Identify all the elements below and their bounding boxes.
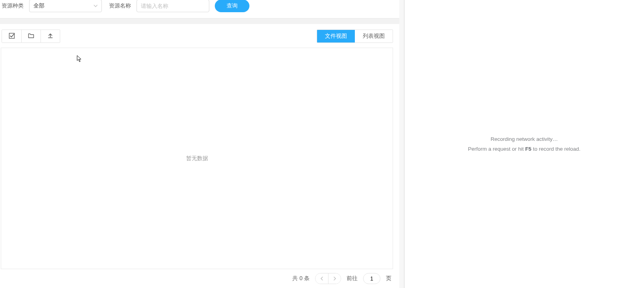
- select-all-button[interactable]: [2, 30, 21, 42]
- devtools-network-panel: Recording network activity… Perform a re…: [404, 0, 644, 288]
- list-view-tab[interactable]: 列表视图: [355, 30, 393, 42]
- scrollbar-gutter: [399, 0, 404, 288]
- folder-button[interactable]: [21, 30, 41, 42]
- pager: 共 0 条 前往 页: [1, 269, 393, 288]
- pager-page-suffix: 页: [386, 275, 391, 282]
- devtools-hotkey: F5: [525, 146, 531, 152]
- query-button[interactable]: 查询: [215, 0, 249, 12]
- upload-icon: [47, 33, 54, 40]
- chevron-down-icon: [94, 4, 98, 8]
- resource-type-label: 资源种类: [0, 2, 24, 9]
- resource-name-input[interactable]: [137, 0, 209, 12]
- resource-name-label: 资源名称: [107, 2, 131, 9]
- pager-prev-button[interactable]: [316, 273, 328, 284]
- chevron-left-icon: [320, 276, 323, 282]
- pager-goto-input[interactable]: [363, 273, 380, 284]
- upload-button[interactable]: [41, 30, 60, 42]
- folder-icon: [28, 33, 34, 40]
- search-bar: 资源种类 全部 资源名称 查询: [0, 0, 399, 18]
- action-icon-group: [2, 30, 60, 43]
- pager-next-button[interactable]: [328, 273, 341, 284]
- devtools-recording-text: Recording network activity…: [491, 136, 558, 142]
- pager-total: 共 0 条: [292, 275, 310, 282]
- resource-type-value: 全部: [33, 2, 94, 9]
- view-toggle: 文件视图 列表视图: [317, 30, 393, 43]
- devtools-hint-text: Perform a request or hit F5 to record th…: [468, 146, 581, 152]
- pager-arrows: [315, 273, 341, 284]
- content-card: 文件视图 列表视图 暂无数据 共 0 条: [0, 24, 399, 288]
- chevron-right-icon: [333, 276, 336, 282]
- resource-type-select[interactable]: 全部: [29, 0, 102, 12]
- check-square-icon: [9, 33, 15, 40]
- empty-placeholder: 暂无数据: [186, 155, 208, 162]
- pager-goto-label: 前往: [347, 275, 358, 282]
- file-view-tab[interactable]: 文件视图: [317, 30, 355, 42]
- app-panel: 资源种类 全部 资源名称 查询: [0, 0, 399, 288]
- data-area: 暂无数据: [1, 48, 393, 269]
- toolbar-row: 文件视图 列表视图: [1, 30, 393, 43]
